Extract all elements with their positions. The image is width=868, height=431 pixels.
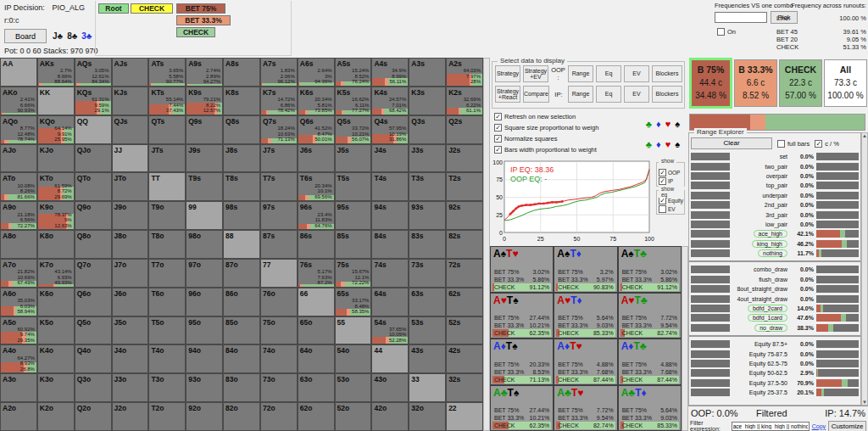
explorer-label[interactable]: combo_draw — [754, 266, 787, 272]
summary-check[interactable]: CHECK22.3 c57.00 % — [779, 59, 822, 107]
explorer-row-equity_62_5-75[interactable]: Equity 62.5-750.0% — [689, 359, 860, 368]
tree-action-bet75[interactable]: BET 75% — [176, 3, 225, 14]
grid-cell-T7o[interactable]: T7o — [148, 259, 186, 288]
grid-cell-A8s[interactable]: A8s — [223, 58, 260, 87]
grid-cell-33[interactable]: 33 — [409, 373, 446, 402]
grid-cell-Q2s[interactable]: Q2s — [446, 115, 483, 144]
grid-cell-AQs[interactable]: AQs3.05%12.61%84.34% — [75, 58, 112, 87]
grid-cell-K9s[interactable]: K9s79.21%8.22%12.57% — [186, 87, 223, 115]
grid-cell-AKs[interactable]: AKs2.7%8.66%88.64% — [37, 58, 75, 87]
explorer-label[interactable]: set — [780, 154, 787, 160]
grid-cell-42s[interactable]: 42s — [446, 344, 483, 373]
scroll-down-icon[interactable]: ▼ — [862, 400, 867, 405]
explorer-label[interactable]: ace_high — [754, 230, 787, 238]
grid-cell-63o[interactable]: 63o — [298, 373, 335, 402]
grid-cell-Q8s[interactable]: Q8s — [223, 115, 260, 144]
suit-icon[interactable]: ♠ — [675, 119, 680, 129]
explorer-row-overpair[interactable]: overpair0.0% — [689, 171, 860, 181]
grid-cell-Q5s[interactable]: Q5s33.72%10.21%56.07% — [335, 115, 372, 144]
grid-cell-J6s[interactable]: J6s — [298, 144, 335, 173]
grid-cell-62s[interactable]: 62s — [446, 288, 483, 316]
grid-cell-J4o[interactable]: J4o — [112, 344, 149, 373]
hand-matrix-scrollbar[interactable] — [483, 58, 490, 431]
grid-cell-65s[interactable]: 65s33.17%8.48%58.35% — [335, 288, 372, 316]
grid-cell-88[interactable]: 88 — [223, 230, 260, 259]
tree-action-bet33[interactable]: BET 33.3% — [176, 15, 231, 25]
grid-cell-Q7o[interactable]: Q7o — [75, 259, 112, 288]
grid-cell-A8o[interactable]: A8o — [0, 230, 37, 259]
grid-cell-ATo[interactable]: ATo10.08%8.26%81.66% — [0, 172, 37, 201]
grid-cell-72o[interactable]: 72o — [260, 402, 298, 431]
grid-cell-J2s[interactable]: J2s — [446, 144, 483, 173]
on-checkbox[interactable]: On — [717, 28, 736, 36]
grid-cell-83o[interactable]: 83o — [223, 373, 260, 402]
grid-cell-T4s[interactable]: T4s — [371, 172, 409, 201]
grid-cell-54o[interactable]: 54o — [335, 344, 372, 373]
grid-cell-83s[interactable]: 83s — [409, 230, 446, 259]
explorer-row-equity_75-87_5[interactable]: Equity 75-87.50.0% — [689, 349, 860, 358]
show-box-option[interactable]: ✓IP — [659, 176, 683, 185]
combo-cell[interactable]: A♥T♦BET 75%5.64%BET 33.3%9.03%CHECK85.33… — [554, 293, 617, 339]
grid-cell-A4s[interactable]: A4s34.9%8.99%56.11% — [371, 58, 409, 87]
combo-cell[interactable]: A♥T♠BET 75%27.44%BET 33.3%10.21%CHECK62.… — [490, 293, 554, 339]
grid-cell-T6o[interactable]: T6o — [148, 288, 186, 316]
button-range[interactable]: Range — [568, 65, 593, 82]
combo-cell[interactable]: A♦T♠BET 75%20.33%BET 33.3%8.53%CHECK71.1… — [490, 339, 554, 385]
grid-cell-Q9s[interactable]: Q9s — [186, 115, 223, 144]
combo-cell[interactable]: A♣T♦BET 75%5.64%BET 33.3%9.03%CHECK85.33… — [618, 385, 682, 431]
grid-cell-Q9o[interactable]: Q9o — [75, 201, 112, 230]
tree-action-check[interactable]: CHECK — [176, 27, 215, 37]
grid-cell-T2s[interactable]: T2s — [446, 172, 483, 201]
grid-cell-32o[interactable]: 32o — [409, 402, 446, 431]
grid-cell-42o[interactable]: 42o — [371, 402, 409, 431]
button-ev[interactable]: EV — [624, 65, 649, 82]
grid-cell-82s[interactable]: 82s — [446, 230, 483, 259]
grid-cell-J7s[interactable]: J7s — [260, 144, 298, 173]
option-checkbox[interactable]: ✓Refresh on new selection — [494, 113, 576, 120]
explorer-label[interactable]: Equity 62.5-75 — [749, 361, 787, 367]
explorer-label[interactable]: low_pair — [765, 221, 787, 227]
grid-cell-T4o[interactable]: T4o — [148, 344, 186, 373]
explorer-row-no_draw[interactable]: no_draw38.3% — [689, 323, 860, 333]
grid-cell-KQo[interactable]: KQo64.14%9.91%25.95% — [37, 115, 75, 144]
explorer-label[interactable]: bdfd_2card — [748, 305, 787, 312]
grid-cell-77[interactable]: 77 — [260, 259, 298, 288]
grid-cell-98o[interactable]: 98o — [186, 230, 223, 259]
grid-cell-T9o[interactable]: T9o — [148, 201, 186, 230]
explorer-label[interactable]: Equity 75-87.5 — [749, 351, 787, 357]
grid-cell-J4s[interactable]: J4s — [371, 144, 409, 173]
explorer-label[interactable]: bdfd_1card — [748, 314, 787, 322]
grid-cell-KJo[interactable]: KJo — [37, 144, 75, 173]
explorer-label[interactable]: flush_draw — [759, 277, 787, 283]
button-blockers[interactable]: Blockers — [652, 65, 682, 82]
combo-cell[interactable]: A♣T♥BET 75%7.72%BET 33.3%9.54%CHECK82.74… — [554, 385, 617, 431]
grid-cell-72s[interactable]: 72s — [446, 259, 483, 288]
grid-cell-QTs[interactable]: QTs — [148, 115, 186, 144]
explorer-label[interactable]: nothing — [758, 249, 787, 257]
grid-cell-85o[interactable]: 85o — [223, 316, 260, 345]
grid-cell-84s[interactable]: 84s — [371, 230, 409, 259]
combo-cell[interactable]: A♥T♣BET 75%7.72%BET 33.3%9.54%CHECK82.74… — [618, 293, 682, 339]
grid-cell-K2s[interactable]: K2s32.69%6.22%61.1% — [446, 87, 483, 115]
grid-cell-97o[interactable]: 97o — [186, 259, 223, 288]
explorer-label[interactable]: top_pair — [766, 182, 787, 188]
grid-cell-QJs[interactable]: QJs — [112, 115, 149, 144]
combo-cell[interactable]: A♣T♠BET 75%27.44%BET 33.3%10.21%CHECK62.… — [490, 385, 554, 431]
explorer-row-bdfd_2card[interactable]: bdfd_2card14.0% — [689, 304, 860, 313]
explorer-label[interactable]: 8out_straight_draw — [737, 286, 787, 292]
button-ev[interactable]: EV — [624, 86, 649, 103]
grid-cell-A9o[interactable]: A9o21.18%6.56%72.27% — [0, 201, 37, 230]
tree-node-root[interactable]: Root — [98, 3, 129, 14]
grid-cell-43o[interactable]: 43o — [371, 373, 409, 402]
suit-filter-legend[interactable]: ♣♦♥♠♣♦♥♠ — [642, 114, 680, 154]
explorer-row-equity_50-62_5[interactable]: Equity 50-62.52.9% — [689, 368, 860, 378]
grid-cell-Q4o[interactable]: Q4o — [75, 344, 112, 373]
summary-all[interactable]: All73.3 c100.00 % — [824, 59, 867, 107]
explorer-row-equity_87_5_[interactable]: Equity 87.5+0.0% — [689, 339, 860, 349]
grid-cell-JTs[interactable]: JTs — [148, 144, 186, 173]
grid-cell-94s[interactable]: 94s — [371, 201, 409, 230]
c-pct-box[interactable]: ✓ — [815, 140, 822, 148]
grid-cell-K8o[interactable]: K8o — [37, 230, 75, 259]
grid-cell-A6s[interactable]: A6s2.64%3%94.36% — [298, 58, 335, 87]
grid-cell-62o[interactable]: 62o — [298, 402, 335, 431]
